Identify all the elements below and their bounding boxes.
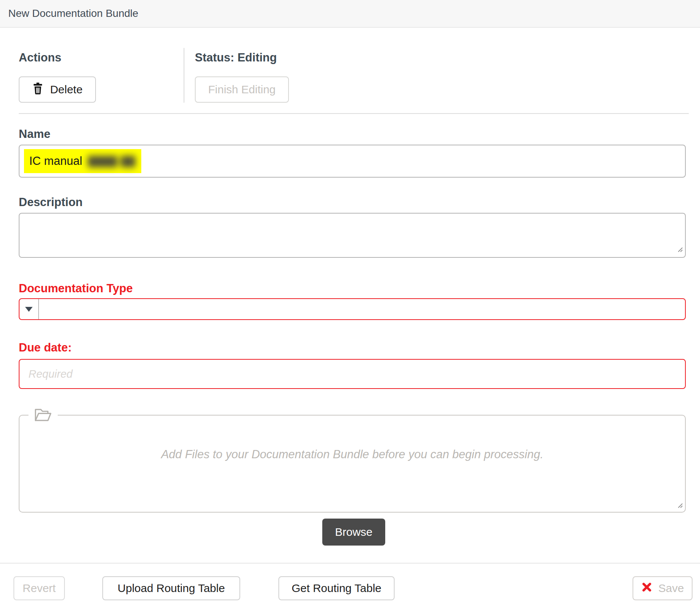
actions-section: Actions Delete xyxy=(19,51,184,103)
actions-heading: Actions xyxy=(19,51,184,64)
caret-down-icon xyxy=(25,307,33,312)
revert-button[interactable]: Revert xyxy=(13,576,65,600)
description-label: Description xyxy=(19,196,689,209)
x-icon xyxy=(641,582,652,595)
trash-icon xyxy=(32,82,43,97)
description-input[interactable] xyxy=(19,213,686,258)
upload-routing-table-label: Upload Routing Table xyxy=(118,582,225,595)
delete-button[interactable]: Delete xyxy=(19,76,96,103)
finish-editing-button[interactable]: Finish Editing xyxy=(195,76,289,103)
bundle-form: Actions Delete xyxy=(0,51,700,546)
due-date-input[interactable] xyxy=(19,359,686,389)
footer-toolbar: Revert Upload Routing Table Get Routing … xyxy=(0,563,700,606)
finish-editing-label: Finish Editing xyxy=(208,83,275,96)
files-dropzone[interactable]: Add Files to your Documentation Bundle b… xyxy=(19,408,686,513)
revert-button-label: Revert xyxy=(22,582,55,595)
name-input[interactable]: IC manual ████ ██ xyxy=(19,145,686,178)
name-value: IC manual xyxy=(29,154,82,168)
name-redacted-blur: ████ ██ xyxy=(88,156,136,167)
status-heading: Status: Editing xyxy=(195,51,289,64)
delete-button-label: Delete xyxy=(50,83,83,96)
browse-button-label: Browse xyxy=(335,526,372,538)
save-button[interactable]: Save xyxy=(633,576,693,600)
actions-status-row: Actions Delete xyxy=(19,51,689,103)
name-value-highlight: IC manual ████ ██ xyxy=(24,149,141,173)
resize-grip-icon[interactable] xyxy=(678,242,683,255)
window-titlebar: New Documentation Bundle xyxy=(0,0,700,28)
get-routing-table-button[interactable]: Get Routing Table xyxy=(278,576,395,600)
documentation-type-value[interactable] xyxy=(39,299,685,319)
folder-open-icon xyxy=(28,408,58,422)
browse-button[interactable]: Browse xyxy=(322,519,385,546)
get-routing-table-label: Get Routing Table xyxy=(292,582,381,595)
page-title: New Documentation Bundle xyxy=(8,7,138,19)
documentation-type-dropdown-toggle[interactable] xyxy=(19,299,39,319)
dropzone-empty-message: Add Files to your Documentation Bundle b… xyxy=(146,445,558,464)
documentation-type-label: Documentation Type xyxy=(19,282,689,295)
new-documentation-bundle-page: New Documentation Bundle Actions xyxy=(0,0,700,606)
resize-grip-icon[interactable] xyxy=(678,503,683,510)
status-section: Status: Editing Finish Editing xyxy=(184,51,289,103)
upload-routing-table-button[interactable]: Upload Routing Table xyxy=(102,576,240,600)
due-date-label: Due date: xyxy=(19,341,689,354)
name-label: Name xyxy=(19,127,689,141)
browse-row: Browse xyxy=(19,519,689,546)
save-button-label: Save xyxy=(658,582,684,595)
horizontal-divider xyxy=(19,113,689,114)
documentation-type-select[interactable] xyxy=(19,298,686,320)
